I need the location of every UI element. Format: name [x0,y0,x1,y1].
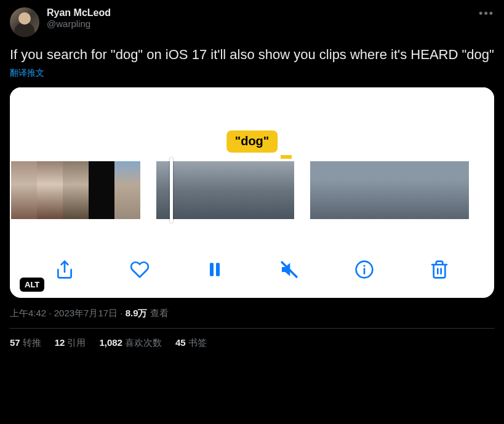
clip-thumb [225,161,260,219]
likes-stat[interactable]: 1,082喜欢次数 [99,337,162,349]
clip-thumb [37,161,63,219]
retweets-stat[interactable]: 57转推 [10,337,41,349]
views-count: 8.9万 [126,308,148,318]
quotes-label: 引用 [67,337,86,348]
alt-badge[interactable]: ALT [20,278,44,292]
tweet-text: If you search for "dog" on iOS 17 it'll … [10,46,494,64]
avatar[interactable] [10,7,39,37]
retweets-label: 转推 [23,337,41,348]
clip-thumb [11,161,37,219]
bookmarks-count: 45 [175,337,186,348]
stats-row: 57转推 12引用 1,082喜欢次数 45书签 [10,337,494,349]
author-block[interactable]: Ryan McLeod @warpling [47,7,111,29]
more-options-icon[interactable]: ••• [479,7,494,20]
caption-marker [281,155,292,159]
clip-thumb [363,161,390,219]
caption-badge: "dog" [226,130,278,153]
heart-icon[interactable] [130,260,150,279]
svg-rect-1 [210,263,214,276]
share-icon[interactable] [55,260,74,279]
tweet-meta: 上午4:42 · 2023年7月17日 · 8.9万 查看 [10,308,494,319]
clip-thumb [114,161,140,219]
views-label: 查看 [150,308,169,318]
clip-thumb [63,161,89,219]
media-whitespace [10,87,494,135]
clip-group-1[interactable] [11,161,140,219]
quotes-stat[interactable]: 12引用 [55,337,86,349]
clip-timeline [10,161,494,219]
clip-group-2[interactable] [156,161,294,219]
clip-thumb [260,161,294,219]
svg-point-6 [364,265,366,266]
likes-label: 喜欢次数 [125,337,162,348]
svg-rect-2 [216,263,220,276]
clip-thumb [442,161,469,219]
mute-icon[interactable] [279,260,299,279]
clip-thumb [156,161,191,219]
media-card[interactable]: "dog" [10,87,494,298]
handle: @warpling [47,18,111,29]
trash-icon[interactable] [430,260,449,279]
clip-thumb [416,161,442,219]
clip-thumb [337,161,363,219]
translate-link[interactable]: 翻译推文 [10,68,44,79]
clip-thumb [310,161,337,219]
quotes-count: 12 [55,337,65,348]
tweet-date[interactable]: 2023年7月17日 [54,308,118,318]
pause-icon[interactable] [205,260,225,279]
bookmarks-label: 书签 [188,337,207,348]
clip-thumb [191,161,225,219]
retweets-count: 57 [10,337,20,348]
clip-group-3[interactable] [310,161,469,219]
bookmarks-stat[interactable]: 45书签 [175,337,207,349]
tweet-time[interactable]: 上午4:42 [10,308,46,318]
info-icon[interactable] [354,260,374,279]
clip-thumb [89,161,114,219]
playhead-indicator[interactable] [170,158,173,223]
clip-thumb [390,161,416,219]
media-toolbar [10,260,494,279]
tweet-header: Ryan McLeod @warpling ••• [10,7,494,37]
divider [10,328,494,329]
tweet-container: Ryan McLeod @warpling ••• If you search … [0,0,504,356]
likes-count: 1,082 [99,337,122,348]
display-name: Ryan McLeod [47,7,111,18]
